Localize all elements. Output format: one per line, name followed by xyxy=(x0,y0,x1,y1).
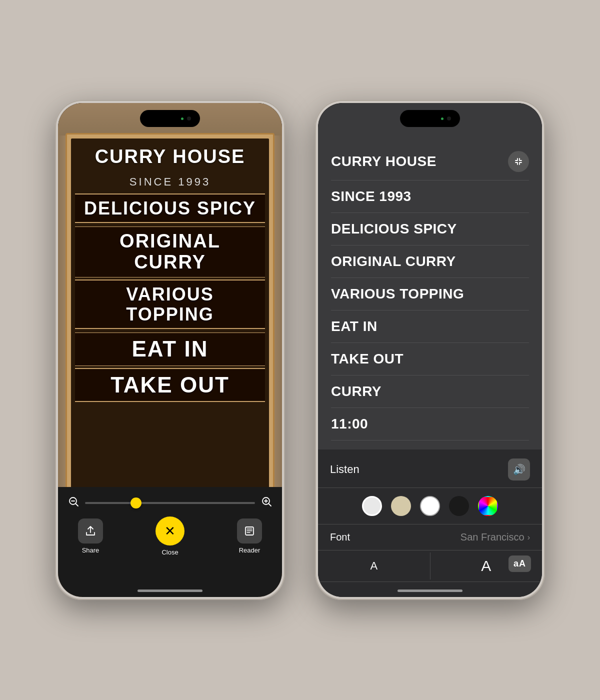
reader-text-various: VARIOUS TOPPING xyxy=(331,286,464,302)
wood-right-border xyxy=(274,136,282,487)
sign-line1-row: DELICIOUS SPICY xyxy=(75,194,265,224)
font-size-large-label: A xyxy=(481,558,491,574)
reader-text-take-out: TAKE OUT xyxy=(331,351,404,366)
color-rainbow-option[interactable] xyxy=(478,496,498,516)
reader-text-hours: 11:00 xyxy=(331,416,368,432)
sign-title: CURRY HOUSE xyxy=(81,146,259,168)
share-icon xyxy=(78,518,103,544)
sign-line2: ORIGINAL CURRY xyxy=(81,231,259,273)
reader-label: Reader xyxy=(239,546,260,554)
camera-dot-right xyxy=(447,116,451,120)
svg-line-4 xyxy=(269,504,272,506)
close-button[interactable]: ✕ Close xyxy=(156,516,184,556)
font-chevron-icon: › xyxy=(528,533,530,542)
sign-line3: VARIOUS TOPPING xyxy=(81,284,259,324)
reader-text-eat-in: EAT IN xyxy=(331,318,378,334)
share-label: Share xyxy=(82,546,100,554)
reader-line-1: SINCE 1993 xyxy=(331,180,529,213)
font-selection-row[interactable]: Font San Francisco › xyxy=(318,524,542,550)
color-black-option[interactable] xyxy=(449,496,469,516)
bottom-panel: Listen 🔊 Font San Fra xyxy=(318,450,542,597)
action-row: Share ✕ Close xyxy=(68,516,272,556)
camera-indicator xyxy=(181,118,184,120)
right-phone: CURRY HOUSE SINCE 1993 DELICIOUS SPICY O… xyxy=(315,100,545,600)
dynamic-island xyxy=(140,110,200,127)
color-white-option[interactable] xyxy=(362,496,382,516)
speaker-icon: 🔊 xyxy=(513,464,526,476)
sign-line2-row: ORIGINAL CURRY xyxy=(75,226,265,278)
reader-line-4: VARIOUS TOPPING xyxy=(331,278,529,310)
reader-text-since: SINCE 1993 xyxy=(331,188,412,204)
reader-line-7: CURRY xyxy=(331,376,529,408)
aa-label: aA xyxy=(514,558,526,568)
share-button[interactable]: Share xyxy=(78,518,103,554)
listen-row: Listen 🔊 xyxy=(318,450,542,488)
color-white2-option[interactable] xyxy=(420,496,440,516)
zoom-track[interactable] xyxy=(85,502,255,504)
home-indicator xyxy=(138,590,202,592)
reader-line-0: CURRY HOUSE xyxy=(331,143,529,180)
reader-text-curry-house: CURRY HOUSE xyxy=(331,154,436,170)
compress-button[interactable] xyxy=(508,151,529,172)
reader-content: CURRY HOUSE SINCE 1993 DELICIOUS SPICY O… xyxy=(318,133,542,457)
sign-title-row: CURRY HOUSE xyxy=(75,144,265,170)
reader-line-5: EAT IN xyxy=(331,310,529,343)
reader-text-curry: CURRY xyxy=(331,384,382,399)
close-icon: ✕ xyxy=(164,524,176,538)
close-label: Close xyxy=(162,548,178,556)
wood-left-border xyxy=(58,136,66,487)
zoom-bar xyxy=(68,496,272,510)
zoom-thumb[interactable] xyxy=(130,498,142,508)
reader-icon xyxy=(237,518,262,544)
reader-text-original: ORIGINAL CURRY xyxy=(331,254,456,269)
reader-button[interactable]: Reader xyxy=(237,518,262,554)
zoom-in-icon[interactable] xyxy=(261,496,272,510)
home-indicator-right xyxy=(398,590,462,592)
sign-since-row: SINCE 1993 xyxy=(75,172,265,192)
speaker-button[interactable]: 🔊 xyxy=(508,458,530,480)
font-decrease-button[interactable]: A xyxy=(318,552,430,580)
sign-since: SINCE 1993 xyxy=(81,176,259,188)
sign-line4: EAT IN xyxy=(81,337,259,361)
dynamic-island-right xyxy=(400,110,460,127)
zoom-out-icon[interactable] xyxy=(68,496,79,510)
svg-line-1 xyxy=(76,504,78,506)
close-circle[interactable]: ✕ xyxy=(156,516,184,546)
aa-button[interactable]: aA xyxy=(508,556,531,572)
font-value[interactable]: San Francisco › xyxy=(460,532,530,543)
sign-line3-row: VARIOUS TOPPING xyxy=(75,280,265,329)
sign-line1: DELICIOUS SPICY xyxy=(81,198,259,218)
font-size-small-label: A xyxy=(370,560,378,572)
font-label: Font xyxy=(330,532,350,543)
sign-line5: TAKE OUT xyxy=(81,373,259,397)
bottom-toolbar: Share ✕ Close xyxy=(58,487,282,597)
camera-indicator-right xyxy=(441,118,444,120)
camera-dot xyxy=(187,116,191,120)
sign-inner: CURRY HOUSE SINCE 1993 DELICIOUS SPICY O… xyxy=(71,138,269,512)
reader-line-2: DELICIOUS SPICY xyxy=(331,213,529,246)
reader-text-delicious: DELICIOUS SPICY xyxy=(331,221,457,236)
reader-line-6: TAKE OUT xyxy=(331,343,529,376)
color-cream-option[interactable] xyxy=(391,496,411,516)
color-picker-row xyxy=(318,488,542,524)
left-phone: CURRY HOUSE SINCE 1993 DELICIOUS SPICY O… xyxy=(55,100,285,600)
reader-line-8: 11:00 xyxy=(331,408,529,440)
reader-line-3: ORIGINAL CURRY xyxy=(331,246,529,278)
sign-line5-row: TAKE OUT xyxy=(75,368,265,402)
listen-label: Listen xyxy=(330,463,360,476)
sign-board: CURRY HOUSE SINCE 1993 DELICIOUS SPICY O… xyxy=(66,133,274,517)
sign-line4-row: EAT IN xyxy=(75,332,265,366)
